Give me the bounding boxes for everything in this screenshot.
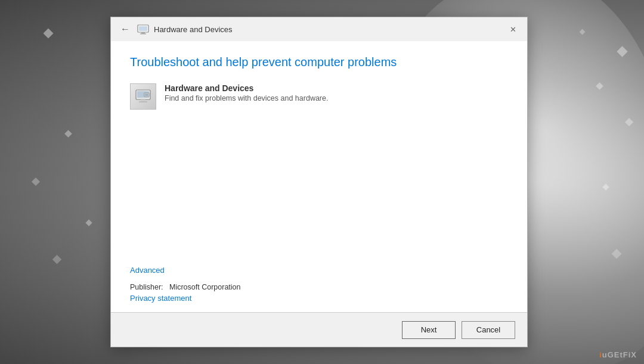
privacy-link[interactable]: Privacy statement [130,294,508,303]
svg-rect-7 [139,101,147,102]
svg-rect-6 [141,99,145,101]
content-spacer [130,122,508,261]
back-button[interactable]: ← [118,22,132,36]
bottom-links: Advanced Publisher: Microsoft Corporatio… [130,266,508,303]
title-text: Hardware and Devices [154,25,504,34]
publisher-line: Publisher: Microsoft Corporation [130,283,508,291]
svg-rect-3 [140,33,146,35]
item-icon [130,83,156,110]
next-button[interactable]: Next [402,321,456,339]
cancel-button[interactable]: Cancel [462,321,515,339]
dialog-footer: Next Cancel [111,312,527,347]
svg-rect-2 [141,32,145,33]
dialog-content: Troubleshoot and help prevent computer p… [111,41,527,312]
title-bar: ← Hardware and Devices ✕ [111,17,527,41]
dialog-window: ← Hardware and Devices ✕ Troubleshoot an… [110,17,528,347]
publisher-label: Publisher: [130,283,163,291]
close-button[interactable]: ✕ [504,22,521,36]
svg-rect-1 [139,26,147,31]
hardware-icon [135,88,151,105]
svg-rect-9 [145,94,148,96]
title-icon [137,23,149,35]
advanced-link[interactable]: Advanced [130,266,508,275]
item-description: Find and fix problems with devices and h… [165,94,328,102]
watermark-text: uGEtFiX [602,350,637,359]
item-row: Hardware and Devices Find and fix proble… [130,83,508,110]
item-name: Hardware and Devices [165,83,328,93]
item-info: Hardware and Devices Find and fix proble… [165,83,328,102]
page-title: Troubleshoot and help prevent computer p… [130,55,508,69]
publisher-name: Microsoft Corporation [169,283,241,291]
watermark: iuGEtFiX [599,350,637,359]
